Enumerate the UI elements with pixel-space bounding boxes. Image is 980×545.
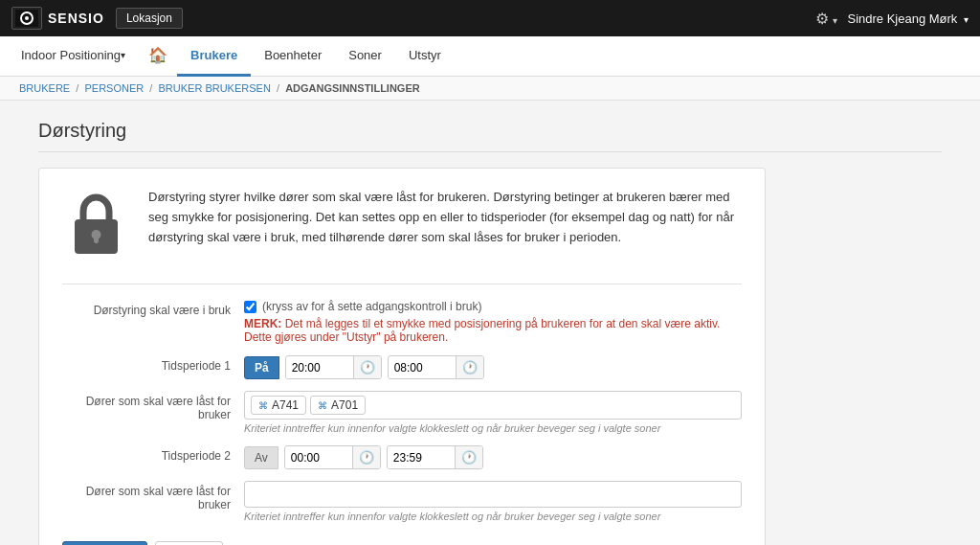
user-name-label: Sindre Kjeang Mørk (847, 11, 957, 26)
svg-rect-5 (94, 235, 99, 243)
periode1-end-time[interactable] (389, 357, 456, 378)
intro-row: Dørstyring styrer hvilke dører som skal … (62, 188, 742, 264)
breadcrumb: BRUKERE / PERSONER / BRUKER BRUKERSEN / … (0, 77, 980, 101)
periode1-label: Tidsperiode 1 (62, 355, 244, 373)
door-tag-a741-label: A741 (272, 398, 299, 412)
top-bar-left: SENSIO Lokasjon (11, 7, 183, 30)
checkbox-group: Dørstyring skal være i bruk (kryss av fo… (62, 300, 742, 344)
dorer2-group: Dører som skal være låst for bruker Krit… (62, 481, 742, 522)
merk-text: MERK: Det må legges til et smykke med po… (244, 317, 742, 344)
checkbox-text: (kryss av for å sette adgangskontroll i … (262, 300, 481, 313)
breadcrumb-bruker[interactable]: BRUKER BRUKERSEN (159, 82, 271, 94)
lock-icon (70, 193, 122, 260)
logo-area: SENSIO (11, 7, 104, 30)
nav-label-indoor: Indoor Positioning (21, 48, 121, 62)
periode1-control: På 🕐 🕐 (244, 355, 742, 379)
breadcrumb-brukere[interactable]: BRUKERE (19, 82, 70, 94)
action-row: 💾 Lagre Avbryt (62, 541, 742, 545)
top-bar: SENSIO Lokasjon ⚙ ▾ Sindre Kjeang Mørk ▾ (0, 0, 980, 36)
breadcrumb-current: ADGANGSINNSTILLINGER (285, 82, 420, 94)
page-title: Dørstyring (38, 120, 942, 152)
logo-text: SENSIO (48, 11, 104, 26)
content-card: Dørstyring styrer hvilke dører som skal … (38, 168, 766, 545)
periode2-row: Av 🕐 🕐 (244, 445, 742, 469)
dorer1-control: ⌘ A741 ⌘ A701 Kriteriet inntreffer kun i… (244, 391, 742, 434)
periode2-label: Tidsperiode 2 (62, 445, 244, 463)
intro-text: Dørstyring styrer hvilke dører som skal … (148, 188, 742, 247)
criteria1-text: Kriteriet inntreffer kun innenfor valgte… (244, 422, 742, 434)
adgangskontroll-checkbox[interactable] (244, 301, 256, 313)
cancel-button[interactable]: Avbryt (155, 541, 223, 545)
main-content: Dørstyring Dørstyring styrer hvilke døre… (0, 101, 980, 545)
door-tags-1[interactable]: ⌘ A741 ⌘ A701 (244, 391, 742, 420)
checkbox-label: Dørstyring skal være i bruk (62, 300, 244, 317)
save-button[interactable]: 💾 Lagre (62, 541, 147, 545)
criteria2-text: Kriteriet inntreffer kun innenfor valgte… (244, 511, 742, 522)
nav-item-indoor[interactable]: Indoor Positioning (8, 36, 139, 77)
top-bar-right: ⚙ ▾ Sindre Kjeang Mørk ▾ (815, 10, 969, 28)
gear-button[interactable]: ⚙ ▾ (815, 10, 837, 28)
merk-description: Det må legges til et smykke med posisjon… (244, 317, 720, 344)
periode2-time1-wrap: 🕐 (284, 445, 381, 469)
door-tags-2[interactable] (244, 481, 742, 508)
nav-item-soner[interactable]: Soner (335, 36, 395, 77)
periode2-time2-wrap: 🕐 (387, 445, 483, 469)
home-icon: 🏠 (148, 46, 167, 64)
lock-icon-wrap (62, 188, 129, 264)
periode2-start-clock-icon[interactable]: 🕐 (352, 446, 380, 468)
periode1-time2-wrap: 🕐 (388, 355, 484, 379)
lokasjon-button[interactable]: Lokasjon (116, 8, 183, 29)
logo-box (11, 7, 42, 30)
periode1-group: Tidsperiode 1 På 🕐 🕐 (62, 355, 742, 379)
periode1-end-clock-icon[interactable]: 🕐 (456, 356, 483, 378)
periode2-control: Av 🕐 🕐 (244, 445, 742, 469)
nav-item-home[interactable]: 🏠 (139, 36, 177, 77)
door-tag-a701-label: A701 (331, 398, 358, 412)
periode2-end-time[interactable] (388, 447, 455, 468)
nav-label-utstyr: Utstyr (409, 48, 441, 62)
dorer2-control: Kriteriet inntreffer kun innenfor valgte… (244, 481, 742, 522)
nav-label-brukere: Brukere (190, 48, 237, 62)
periode2-end-clock-icon[interactable]: 🕐 (455, 446, 482, 468)
svg-point-2 (25, 16, 29, 20)
periode1-start-time[interactable] (286, 357, 353, 378)
door-tag-a741: ⌘ A741 (251, 396, 306, 415)
periode2-start-time[interactable] (285, 447, 352, 468)
door-tag-a701: ⌘ A701 (310, 396, 366, 415)
dorer2-label: Dører som skal være låst for bruker (62, 481, 244, 511)
periode1-start-clock-icon[interactable]: 🕐 (353, 356, 381, 378)
nav-bar: Indoor Positioning 🏠 Brukere Boenheter S… (0, 36, 980, 77)
breadcrumb-personer[interactable]: PERSONER (84, 82, 144, 94)
door-tag-a701-icon: ⌘ (318, 400, 327, 411)
nav-item-utstyr[interactable]: Utstyr (395, 36, 455, 77)
checkbox-control: (kryss av for å sette adgangskontroll i … (244, 300, 742, 344)
periode1-row: På 🕐 🕐 (244, 355, 742, 379)
periode2-group: Tidsperiode 2 Av 🕐 🕐 (62, 445, 742, 469)
dorer1-group: Dører som skal være låst for bruker ⌘ A7… (62, 391, 742, 434)
nav-item-brukere[interactable]: Brukere (177, 36, 251, 77)
merk-label: MERK: (244, 317, 281, 330)
gear-icon: ⚙ (815, 11, 829, 27)
periode1-time1-wrap: 🕐 (285, 355, 382, 379)
nav-item-boenheter[interactable]: Boenheter (251, 36, 335, 77)
user-menu-button[interactable]: Sindre Kjeang Mørk ▾ (847, 11, 969, 26)
section-divider (62, 284, 742, 284)
periode2-off-button[interactable]: Av (244, 446, 278, 469)
gear-arrow: ▾ (833, 15, 837, 26)
periode1-on-button[interactable]: På (244, 356, 279, 379)
checkbox-row: (kryss av for å sette adgangskontroll i … (244, 300, 742, 313)
nav-label-boenheter: Boenheter (264, 48, 322, 62)
user-arrow-icon: ▾ (964, 14, 969, 25)
nav-label-soner: Soner (348, 48, 382, 62)
dorer1-label: Dører som skal være låst for bruker (62, 391, 244, 421)
door-tag-a741-icon: ⌘ (258, 400, 268, 411)
